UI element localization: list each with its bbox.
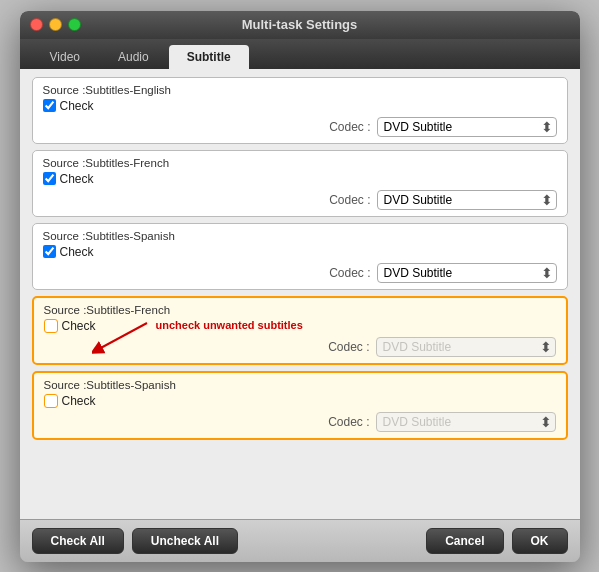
- codec-label-4: Codec :: [328, 340, 369, 354]
- codec-label-3: Codec :: [329, 266, 370, 280]
- check-input-3[interactable]: [43, 245, 56, 258]
- codec-select-2[interactable]: DVD Subtitle MOV Text SSA SRT: [377, 190, 557, 210]
- codec-row-3: Codec : DVD Subtitle MOV Text SSA SRT ⬍: [43, 263, 557, 283]
- check-row-5: Check: [44, 394, 556, 408]
- tab-bar: Video Audio Subtitle: [20, 39, 580, 69]
- window-title: Multi-task Settings: [242, 17, 358, 32]
- section4-wrapper: Source :Subtitles-French Check Codec : D…: [32, 296, 568, 365]
- source-label-1: Source :Subtitles-English: [43, 84, 557, 96]
- check-box-5[interactable]: [44, 394, 58, 408]
- codec-select-wrapper-3: DVD Subtitle MOV Text SSA SRT ⬍: [377, 263, 557, 283]
- codec-row-4: Codec : DVD Subtitle ⬍: [44, 337, 556, 357]
- title-bar: Multi-task Settings: [20, 11, 580, 39]
- codec-row-1: Codec : DVD Subtitle MOV Text SSA SRT ⬍: [43, 117, 557, 137]
- check-box-4[interactable]: [44, 319, 58, 333]
- codec-select-wrapper-1: DVD Subtitle MOV Text SSA SRT ⬍: [377, 117, 557, 137]
- codec-select-1[interactable]: DVD Subtitle MOV Text SSA SRT: [377, 117, 557, 137]
- maximize-button[interactable]: [68, 18, 81, 31]
- window-controls: [30, 18, 81, 31]
- action-bar: Check All Uncheck All Cancel OK: [20, 519, 580, 562]
- subtitle-section-4: Source :Subtitles-French Check Codec : D…: [32, 296, 568, 365]
- ok-button[interactable]: OK: [512, 528, 568, 554]
- codec-select-wrapper-2: DVD Subtitle MOV Text SSA SRT ⬍: [377, 190, 557, 210]
- codec-select-5: DVD Subtitle: [376, 412, 556, 432]
- check-label-4: Check: [62, 319, 96, 333]
- subtitle-section-3: Source :Subtitles-Spanish Check Codec : …: [32, 223, 568, 290]
- bulk-action-buttons: Check All Uncheck All: [32, 528, 239, 554]
- codec-row-5: Codec : DVD Subtitle ⬍: [44, 412, 556, 432]
- cancel-button[interactable]: Cancel: [426, 528, 503, 554]
- codec-label-5: Codec :: [328, 415, 369, 429]
- subtitle-section-1: Source :Subtitles-English Check Codec : …: [32, 77, 568, 144]
- codec-label-2: Codec :: [329, 193, 370, 207]
- check-all-button[interactable]: Check All: [32, 528, 124, 554]
- check-row-2: Check: [43, 172, 557, 186]
- dialog-buttons: Cancel OK: [426, 528, 567, 554]
- source-label-2: Source :Subtitles-French: [43, 157, 557, 169]
- codec-select-wrapper-4: DVD Subtitle ⬍: [376, 337, 556, 357]
- check-label-1: Check: [60, 99, 94, 113]
- uncheck-all-button[interactable]: Uncheck All: [132, 528, 238, 554]
- codec-label-1: Codec :: [329, 120, 370, 134]
- check-input-1[interactable]: [43, 99, 56, 112]
- codec-select-4: DVD Subtitle: [376, 337, 556, 357]
- subtitle-section-2: Source :Subtitles-French Check Codec : D…: [32, 150, 568, 217]
- content-area: Source :Subtitles-English Check Codec : …: [20, 69, 580, 519]
- codec-row-2: Codec : DVD Subtitle MOV Text SSA SRT ⬍: [43, 190, 557, 210]
- tab-subtitle[interactable]: Subtitle: [169, 45, 249, 69]
- source-label-5: Source :Subtitles-Spanish: [44, 379, 556, 391]
- codec-select-wrapper-5: DVD Subtitle ⬍: [376, 412, 556, 432]
- minimize-button[interactable]: [49, 18, 62, 31]
- tab-audio[interactable]: Audio: [100, 45, 167, 69]
- check-label-5: Check: [62, 394, 96, 408]
- source-label-4: Source :Subtitles-French: [44, 304, 556, 316]
- check-label-2: Check: [60, 172, 94, 186]
- check-input-2[interactable]: [43, 172, 56, 185]
- close-button[interactable]: [30, 18, 43, 31]
- subtitle-section-5: Source :Subtitles-Spanish Check Codec : …: [32, 371, 568, 440]
- codec-select-3[interactable]: DVD Subtitle MOV Text SSA SRT: [377, 263, 557, 283]
- main-window: Multi-task Settings Video Audio Subtitle…: [20, 11, 580, 562]
- source-label-3: Source :Subtitles-Spanish: [43, 230, 557, 242]
- tab-video[interactable]: Video: [32, 45, 98, 69]
- check-label-3: Check: [60, 245, 94, 259]
- check-row-4: Check: [44, 319, 556, 333]
- check-row-1: Check: [43, 99, 557, 113]
- check-row-3: Check: [43, 245, 557, 259]
